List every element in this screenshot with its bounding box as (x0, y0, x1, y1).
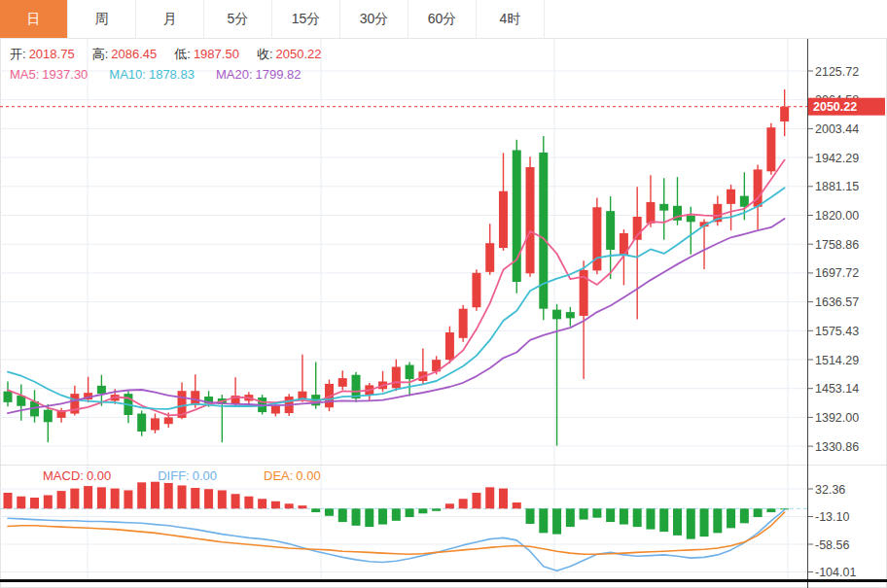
svg-text:2050.22: 2050.22 (813, 100, 857, 114)
legend-diff: DIFF:0.00 (158, 467, 217, 485)
svg-text:1330.86: 1330.86 (815, 440, 859, 454)
tab-month[interactable]: 月 (136, 0, 204, 38)
tab-60min[interactable]: 60分 (408, 0, 477, 38)
svg-text:1942.29: 1942.29 (815, 152, 859, 165)
kline-chart-app: 日周月5分15分30分60分4时 2125.722064.582003.4419… (0, 0, 887, 588)
legend-dea: DEA:0.00 (264, 467, 321, 485)
tab-30min[interactable]: 30分 (340, 0, 408, 38)
svg-text:1392.00: 1392.00 (815, 411, 859, 425)
low-value: 1987.50 (194, 46, 239, 63)
svg-text:2125.72: 2125.72 (815, 65, 859, 79)
svg-text:32.36: 32.36 (815, 483, 845, 497)
macd-axis: 32.36-13.10-58.56-104.01 (808, 465, 857, 588)
legend-macd: MACD:0.00 (43, 467, 111, 485)
svg-text:1881.15: 1881.15 (815, 180, 859, 193)
macd-label: MACD: (43, 467, 84, 485)
tab-4hour[interactable]: 4时 (477, 0, 545, 38)
open-value: 2018.75 (29, 46, 75, 63)
low-label: 低: (174, 46, 191, 63)
bottom-scrollbar[interactable] (0, 579, 887, 582)
svg-text:-58.56: -58.56 (815, 538, 849, 552)
tab-15min[interactable]: 15分 (272, 0, 340, 38)
close-value: 2050.22 (276, 46, 322, 63)
svg-text:1636.57: 1636.57 (815, 295, 859, 309)
timeframe-tabbar: 日周月5分15分30分60分4时 (0, 0, 887, 39)
svg-text:-104.01: -104.01 (815, 566, 856, 579)
legend-close: 收:2050.22 (257, 46, 322, 63)
legend-ma20: MA20:1799.82 (216, 66, 302, 84)
dea-value: 0.00 (296, 467, 320, 485)
close-label: 收: (257, 46, 273, 63)
legend-ma5: MA5:1937.30 (10, 66, 88, 84)
legend-ma10: MA10:1878.83 (109, 66, 195, 84)
current-price-badge: 2050.22 (808, 98, 885, 116)
price-chart-canvas[interactable]: 2125.722064.582003.441942.291881.151820.… (0, 39, 887, 465)
dea-label: DEA: (264, 467, 293, 485)
tab-5min[interactable]: 5分 (204, 0, 272, 38)
ma10-value: 1878.83 (149, 66, 195, 84)
svg-text:1758.86: 1758.86 (815, 238, 859, 252)
svg-text:1453.14: 1453.14 (815, 382, 859, 396)
tab-day[interactable]: 日 (0, 0, 68, 38)
ma5-label: MA5: (10, 66, 39, 84)
tab-week[interactable]: 周 (68, 0, 136, 38)
ma-legend: MA5:1937.30 MA10:1878.83 MA20:1799.82 (0, 66, 302, 84)
ohlc-legend: 开:2018.75 高:2086.45 低:1987.50 收:2050.22 (0, 46, 322, 63)
open-label: 开: (10, 46, 26, 63)
svg-text:2003.44: 2003.44 (815, 122, 859, 136)
svg-text:1820.00: 1820.00 (815, 209, 859, 223)
svg-text:1514.29: 1514.29 (815, 354, 859, 367)
price-gridlines (0, 39, 807, 465)
svg-text:1575.43: 1575.43 (815, 325, 859, 338)
legend-low: 低:1987.50 (174, 46, 239, 63)
ma5-value: 1937.30 (42, 66, 88, 84)
price-chart-svg: 2125.722064.582003.441942.291881.151820.… (0, 39, 887, 465)
macd-value: 0.00 (87, 467, 111, 485)
diff-value: 0.00 (193, 467, 217, 485)
macd-legend: MACD:0.00 DIFF:0.00 DEA:0.00 (0, 467, 321, 485)
ma20-value: 1799.82 (256, 66, 302, 84)
svg-text:1697.72: 1697.72 (815, 266, 859, 280)
legend-open: 开:2018.75 (10, 46, 75, 63)
svg-text:-13.10: -13.10 (815, 510, 849, 524)
diff-label: DIFF: (158, 467, 190, 485)
legend-high: 高:2086.45 (92, 46, 158, 63)
high-label: 高: (92, 46, 109, 63)
ma10-label: MA10: (109, 66, 146, 84)
high-value: 2086.45 (111, 46, 157, 63)
ma20-label: MA20: (216, 66, 253, 84)
